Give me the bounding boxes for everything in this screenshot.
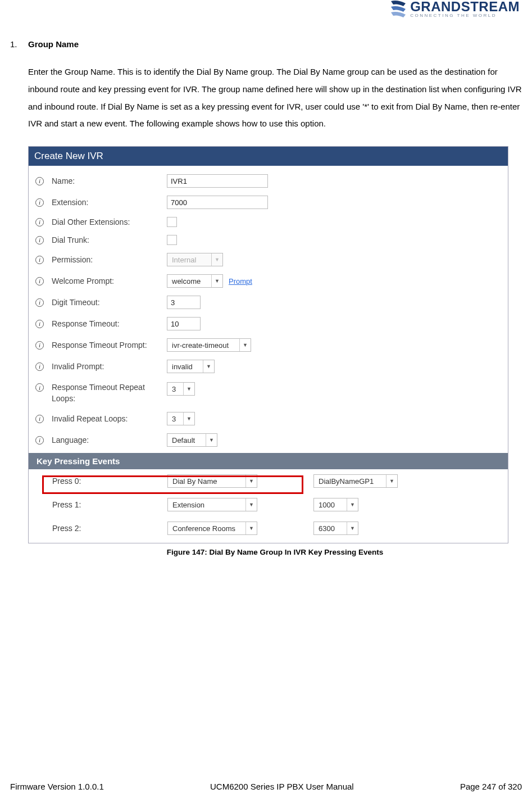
chevron-down-icon: ▼ [347, 498, 358, 511]
input-response-timeout[interactable] [167, 317, 201, 330]
logo-mark-icon [390, 0, 407, 18]
footer-version: Firmware Version 1.0.0.1 [10, 782, 104, 791]
info-icon[interactable]: i [35, 298, 44, 307]
select-key1-dest[interactable]: 1000 ▼ [313, 498, 358, 511]
select-key1-type[interactable]: Extension ▼ [167, 498, 257, 511]
info-icon[interactable]: i [35, 277, 44, 285]
row-invalid-prompt: i Invalid Prompt: invalid ▼ [29, 356, 508, 377]
key-events-header: Key Pressing Events [29, 453, 508, 469]
select-resp-repeat[interactable]: 3 ▼ [167, 382, 195, 396]
row-digit-timeout: i Digit Timeout: [29, 292, 508, 313]
select-key2-dest[interactable]: 6300 ▼ [313, 522, 358, 535]
section-title: Group Name [28, 39, 79, 49]
row-language: i Language: Default ▼ [29, 429, 508, 451]
row-dial-other: i Dial Other Extensions: [29, 213, 508, 231]
info-icon[interactable]: i [35, 436, 44, 445]
footer-title: UCM6200 Series IP PBX User Manual [210, 782, 354, 791]
figure-container: Create New IVR i Name: i Extension: i Di… [28, 146, 522, 556]
select-welcome[interactable]: welcome ▼ [167, 274, 223, 288]
select-key0-dest[interactable]: DialByNameGP1 ▼ [313, 474, 398, 488]
key-row-0: Press 0: Dial By Name ▼ DialByNameGP1 ▼ [29, 469, 508, 493]
page-footer: Firmware Version 1.0.0.1 UCM6200 Series … [10, 782, 522, 791]
label-response-timeout: Response Timeout: [52, 319, 167, 328]
checkbox-dial-other[interactable] [167, 217, 177, 227]
key-row-2: Press 2: Conference Rooms ▼ 6300 ▼ [29, 516, 508, 543]
label-permission: Permission: [52, 255, 167, 264]
input-extension[interactable] [167, 196, 268, 209]
section-body: Enter the Group Name. This is to identif… [28, 64, 522, 133]
label-welcome: Welcome Prompt: [52, 276, 167, 285]
select-permission: Internal ▼ [167, 253, 223, 266]
chevron-down-icon: ▼ [245, 522, 257, 534]
label-dial-trunk: Dial Trunk: [52, 235, 167, 244]
label-dial-other: Dial Other Extensions: [52, 217, 167, 226]
key-label-2: Press 2: [52, 524, 167, 533]
info-icon[interactable]: i [35, 177, 44, 185]
info-icon[interactable]: i [35, 256, 44, 264]
info-icon[interactable]: i [35, 415, 44, 423]
label-extension: Extension: [52, 198, 167, 207]
label-resp-timeout-prompt: Response Timeout Prompt: [52, 341, 167, 350]
chevron-down-icon: ▼ [183, 412, 194, 425]
select-key0-type[interactable]: Dial By Name ▼ [167, 474, 257, 488]
chevron-down-icon: ▼ [347, 522, 358, 534]
chevron-down-icon: ▼ [239, 339, 251, 351]
panel-title: Create New IVR [29, 147, 508, 166]
key-label-1: Press 1: [52, 500, 167, 509]
select-invalid-repeat[interactable]: 3 ▼ [167, 412, 195, 425]
chevron-down-icon: ▼ [211, 253, 222, 266]
row-name: i Name: [29, 170, 508, 192]
checkbox-dial-trunk[interactable] [167, 235, 177, 245]
row-response-timeout: i Response Timeout: [29, 313, 508, 334]
info-icon[interactable]: i [35, 236, 44, 244]
row-extension: i Extension: [29, 192, 508, 213]
label-language: Language: [52, 436, 167, 445]
info-icon[interactable]: i [35, 218, 44, 226]
chevron-down-icon: ▼ [211, 275, 222, 287]
chevron-down-icon: ▼ [183, 383, 194, 395]
chevron-down-icon: ▼ [386, 475, 397, 487]
key-row-1: Press 1: Extension ▼ 1000 ▼ [29, 493, 508, 516]
key-label-0: Press 0: [52, 477, 167, 486]
info-icon[interactable]: i [35, 362, 44, 371]
section-heading: 1. Group Name [10, 39, 522, 49]
chevron-down-icon: ▼ [245, 498, 257, 511]
label-invalid-prompt: Invalid Prompt: [52, 362, 167, 371]
select-language[interactable]: Default ▼ [167, 433, 217, 447]
chevron-down-icon: ▼ [206, 434, 217, 446]
figure-caption: Figure 147: Dial By Name Group In IVR Ke… [28, 548, 522, 556]
row-welcome: i Welcome Prompt: welcome ▼ Prompt [29, 270, 508, 292]
prompt-link[interactable]: Prompt [229, 277, 252, 285]
label-digit-timeout: Digit Timeout: [52, 298, 167, 307]
label-resp-repeat: Response Timeout Repeat Loops: [52, 382, 167, 404]
row-permission: i Permission: Internal ▼ [29, 249, 508, 270]
footer-page: Page 247 of 320 [460, 782, 522, 791]
brand-tagline: CONNECTING THE WORLD [410, 13, 520, 18]
info-icon[interactable]: i [35, 341, 44, 350]
ivr-panel: Create New IVR i Name: i Extension: i Di… [28, 146, 508, 543]
row-invalid-repeat: i Invalid Repeat Loops: 3 ▼ [29, 408, 508, 429]
select-invalid-prompt[interactable]: invalid ▼ [167, 360, 215, 373]
brand-name: GRANDSTREAM [410, 0, 520, 13]
row-resp-timeout-prompt: i Response Timeout Prompt: ivr-create-ti… [29, 334, 508, 356]
select-key2-type[interactable]: Conference Rooms ▼ [167, 522, 257, 535]
section-number: 1. [10, 39, 20, 49]
info-icon[interactable]: i [35, 383, 44, 392]
label-name: Name: [52, 176, 167, 185]
input-name[interactable] [167, 174, 268, 188]
info-icon[interactable]: i [35, 198, 44, 207]
info-icon[interactable]: i [35, 320, 44, 328]
select-resp-timeout-prompt[interactable]: ivr-create-timeout ▼ [167, 338, 251, 352]
row-resp-repeat: i Response Timeout Repeat Loops: 3 ▼ [29, 377, 508, 408]
chevron-down-icon: ▼ [245, 475, 257, 487]
row-dial-trunk: i Dial Trunk: [29, 231, 508, 249]
brand-logo: GRANDSTREAM CONNECTING THE WORLD [390, 0, 520, 18]
input-digit-timeout[interactable] [167, 296, 201, 309]
chevron-down-icon: ▼ [203, 360, 214, 373]
label-invalid-repeat: Invalid Repeat Loops: [52, 414, 167, 423]
